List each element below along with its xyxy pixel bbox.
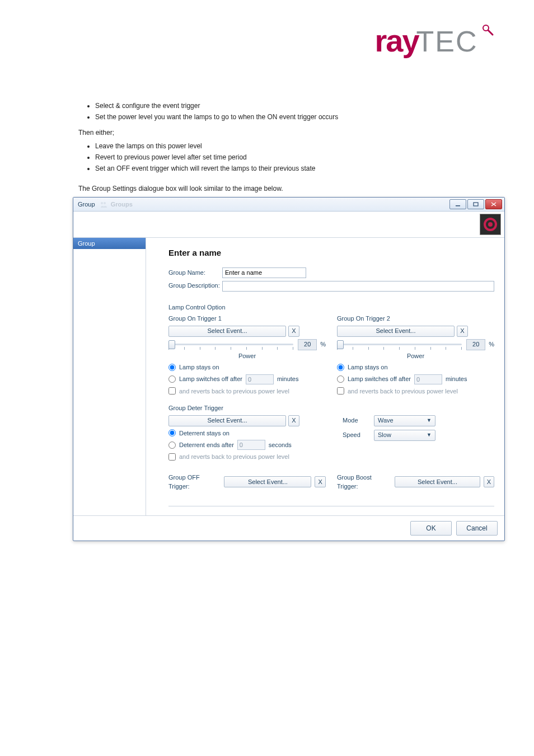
mode-selected: Wave: [378, 416, 394, 425]
window-subtitle: Groups: [100, 200, 133, 209]
trigger2-clear-button[interactable]: X: [457, 326, 468, 337]
trigger1-lamp-stays-radio[interactable]: [168, 364, 176, 371]
trigger1-lamp-stays-label: Lamp stays on: [179, 363, 219, 372]
group-off-clear-button[interactable]: X: [315, 476, 326, 487]
deter-ends-label: Deterrent ends after: [179, 440, 234, 450]
deter-clear-button[interactable]: X: [288, 415, 299, 426]
window-minimize-button[interactable]: [449, 199, 466, 209]
bullet-a-1: Set the power level you want the lamps t…: [95, 112, 495, 122]
group-off-label: Group OFF Trigger:: [168, 473, 221, 491]
trigger2-power-value: 20: [466, 339, 485, 350]
trigger1-lamp-off-label: Lamp switches off after: [179, 374, 242, 384]
deter-stays-radio[interactable]: [168, 429, 176, 436]
speed-label: Speed: [343, 430, 371, 440]
mode-select[interactable]: Wave ▼: [374, 415, 435, 426]
trigger1-power-value: 20: [298, 339, 317, 350]
deter-select-event-button[interactable]: Select Event...: [168, 415, 286, 426]
group-desc-label: Group Description:: [168, 281, 222, 290]
window-titlebar: Group Groups: [73, 198, 504, 212]
group-settings-dialog: Group Groups: [73, 197, 505, 541]
bullet-b-0: Leave the lamps on this power level: [95, 141, 495, 151]
trigger1-minutes-input[interactable]: [246, 374, 274, 384]
trigger1-label: Group On Trigger 1: [168, 314, 326, 323]
deter-seconds-input[interactable]: [237, 440, 265, 450]
trigger2-revert-label: and reverts back to previous power level: [348, 387, 458, 396]
trigger2-power-axis: Power: [337, 351, 494, 361]
bullet-b-1: Revert to previous power level after set…: [95, 152, 495, 162]
trigger1-revert-check[interactable]: [168, 387, 176, 395]
trigger1-minutes-unit: minutes: [277, 374, 299, 384]
trigger1-power-axis: Power: [168, 351, 326, 361]
trigger1-clear-button[interactable]: X: [288, 326, 299, 337]
speed-selected: Slow: [378, 430, 391, 440]
bullet-a-0: Select & configure the event trigger: [95, 101, 495, 111]
svg-rect-4: [474, 203, 478, 206]
logo-ray-text: ray: [374, 23, 418, 58]
lamp-control-label: Lamp Control Option: [168, 303, 494, 312]
caption-text: The Group Settings dialogue box will loo…: [78, 184, 495, 194]
trigger2-power-slider[interactable]: [337, 344, 462, 345]
trigger2-power-unit: %: [489, 340, 494, 349]
svg-rect-3: [456, 205, 460, 206]
panel-title: Enter a name: [168, 247, 494, 260]
sidebar-header: Group: [73, 238, 146, 249]
group-name-label: Group Name:: [168, 268, 222, 278]
logo-mark: [483, 25, 495, 37]
trigger1-power-unit: %: [320, 340, 326, 349]
deter-revert-label: and reverts back to previous power level: [179, 452, 289, 462]
logo-tec-text: TEC: [416, 25, 478, 58]
deter-seconds-unit: seconds: [269, 440, 292, 450]
trigger1-revert-label: and reverts back to previous power level: [179, 387, 289, 396]
trigger2-lamp-off-label: Lamp switches off after: [348, 374, 411, 384]
window-subtitle-text: Groups: [111, 201, 133, 208]
trigger2-lamp-off-radio[interactable]: [337, 375, 344, 383]
svg-point-1: [101, 202, 103, 204]
trigger1-select-event-button[interactable]: Select Event...: [168, 326, 286, 337]
trigger1-power-slider[interactable]: [168, 344, 293, 345]
deter-revert-check[interactable]: [168, 453, 176, 461]
trigger2-select-event-button[interactable]: Select Event...: [337, 326, 455, 337]
trigger2-label: Group On Trigger 2: [337, 314, 494, 323]
deter-ends-radio[interactable]: [168, 442, 176, 449]
divider: [168, 506, 494, 506]
bullet-b-2: Set an OFF event trigger which will reve…: [95, 163, 495, 173]
window-close-button[interactable]: [485, 199, 502, 209]
window-topstrip: [73, 212, 504, 238]
trigger1-lamp-off-radio[interactable]: [168, 375, 176, 383]
group-deter-label: Group Deter Trigger: [168, 403, 494, 413]
trigger2-revert-check[interactable]: [337, 387, 344, 395]
trigger2-lamp-stays-label: Lamp stays on: [348, 363, 388, 372]
svg-point-6: [488, 222, 493, 227]
mode-label: Mode: [343, 416, 371, 425]
chevron-down-icon: ▼: [427, 431, 432, 439]
trigger2-minutes-input[interactable]: [414, 374, 442, 384]
svg-point-2: [104, 202, 106, 204]
deter-stays-label: Deterrent stays on: [179, 429, 229, 438]
raytec-logo: rayTEC: [374, 22, 495, 59]
trigger2-lamp-stays-radio[interactable]: [337, 364, 344, 371]
speed-select[interactable]: Slow ▼: [374, 430, 435, 441]
cancel-button[interactable]: Cancel: [456, 521, 498, 536]
group-boost-label: Group Boost Trigger:: [337, 473, 391, 491]
group-boost-clear-button[interactable]: X: [484, 476, 494, 487]
group-name-input[interactable]: [222, 267, 306, 278]
trigger2-minutes-unit: minutes: [446, 374, 467, 384]
group-off-select-event-button[interactable]: Select Event...: [224, 476, 311, 487]
group-desc-input[interactable]: [222, 281, 494, 292]
chevron-down-icon: ▼: [427, 417, 432, 425]
window-maximize-button[interactable]: [467, 199, 484, 209]
group-preview-thumb: [480, 214, 501, 235]
ok-button[interactable]: OK: [410, 521, 452, 536]
group-boost-select-event-button[interactable]: Select Event...: [395, 476, 480, 487]
window-title: Group: [78, 200, 95, 209]
paragraph-then-either: Then either;: [78, 128, 495, 138]
